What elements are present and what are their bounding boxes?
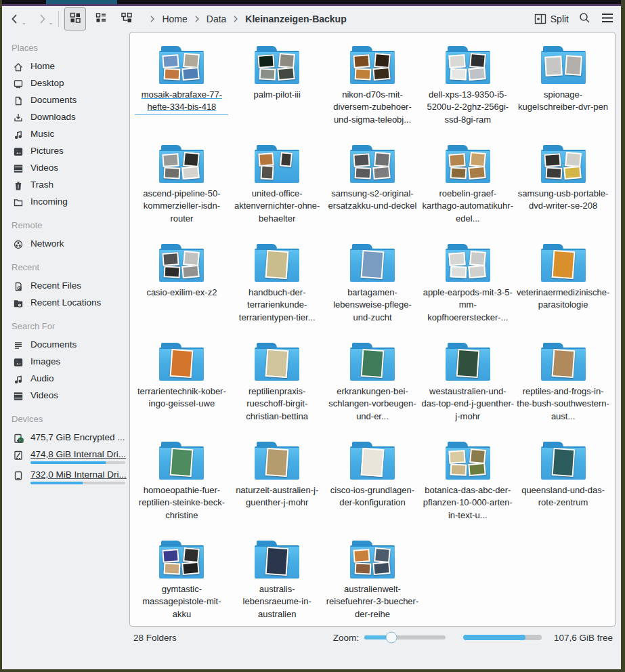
split-button[interactable]: Split (534, 14, 569, 24)
folder-item[interactable]: queensland-und-das-rote-zentrum (515, 440, 611, 539)
forward-history-caret[interactable]: ⌄ (49, 21, 53, 25)
folder-item[interactable]: homoeopathie-fuer-reptilien-steinke-beck… (134, 440, 230, 539)
folder-name: mosaik-abrafaxe-77-hefte-334-bis-418 (135, 89, 228, 115)
sidebar-item-music[interactable]: Music (10, 126, 129, 143)
photo-thumbnail (565, 152, 582, 167)
folder-view[interactable]: mosaik-abrafaxe-77-hefte-334-bis-418palm… (129, 32, 616, 627)
zoom-slider[interactable] (364, 635, 446, 639)
sidebar-item-label: 475,7 GiB Encrypted ... (30, 432, 125, 442)
folder-item[interactable]: australis-lebensraeume-in-australien (230, 539, 325, 627)
forward-button[interactable]: ⌄ (35, 11, 55, 27)
sidebar-item-network[interactable]: Network (10, 236, 129, 253)
breadcrumb-item[interactable]: Data (204, 12, 230, 26)
sidebar-item-trash[interactable]: Trash (10, 177, 129, 194)
sidebar-item-label: Documents (30, 339, 77, 350)
photo-thumbnail (544, 153, 561, 167)
pictures-icon (13, 146, 24, 157)
drive-removable-icon (13, 470, 24, 481)
folder-item[interactable]: australienwelt-reisefuehrer-3-buecher-de… (325, 539, 421, 627)
sidebar-item-audio[interactable]: Audio (10, 371, 129, 387)
device-usage-bar (30, 482, 125, 484)
folder-item[interactable]: dell-xps-13-9350-i5-5200u-2-2ghz-256gi-s… (420, 45, 515, 144)
photo-thumbnail (469, 53, 486, 68)
tree-view-button[interactable] (116, 7, 137, 30)
folder-item[interactable]: terrarientechnik-kober-ingo-geissel-uwe (134, 341, 230, 440)
sidebar-item-recent-files[interactable]: Recent Files (10, 278, 129, 295)
sidebar-item-474-8-gib-internal-dri[interactable]: 474,8 GiB Internal Dri... (10, 446, 129, 467)
folder-item[interactable]: erkrankungen-bei-schlangen-vorbeugen-und… (325, 341, 421, 440)
folder-item[interactable]: united-office-aktenvernichter-ohne-behae… (230, 144, 325, 243)
folder-item[interactable]: ascend-pipeline-50-kommerzieller-isdn-ro… (134, 144, 230, 243)
sidebar-item-videos[interactable]: Videos (10, 160, 129, 177)
icons-view-button[interactable] (64, 7, 86, 30)
folder-item[interactable]: casio-exilim-ex-z2 (134, 243, 230, 341)
folder-item[interactable]: samsung-usb-portable-dvd-writer-se-208 (515, 144, 611, 243)
sidebar-item-incoming[interactable]: Incoming (10, 194, 129, 211)
recent-locations-icon (13, 298, 24, 309)
sidebar-item-label: Documents (30, 95, 77, 105)
folder-icon (255, 244, 299, 282)
hamburger-menu-button[interactable] (601, 12, 614, 26)
folder-icon (446, 343, 490, 381)
folder-item[interactable]: westaustralien-und-das-top-end-j-guenthe… (420, 341, 515, 440)
details-view-button[interactable] (90, 7, 112, 30)
folder-item[interactable]: samsung-s2-original-ersatzakku-und-decke… (325, 144, 421, 243)
folder-item[interactable]: reptilienpraxis-rueschoff-birgit-christi… (230, 341, 325, 440)
folder-item[interactable]: nikon-d70s-mit-diversem-zubehoer-und-sig… (325, 45, 421, 144)
folder-icon (350, 145, 395, 183)
sidebar-item-label: Images (30, 356, 60, 366)
folder-name: australienwelt-reisefuehrer-3-buecher-de… (326, 583, 419, 621)
folder-item[interactable]: naturzeit-australien-j-guenther-j-mohr (230, 440, 325, 539)
folder-name: homoeopathie-fuer-reptilien-steinke-beck… (135, 484, 228, 522)
photo-thumbnail (182, 562, 200, 575)
photo-thumbnail (265, 250, 289, 279)
folder-icon (159, 145, 204, 183)
split-icon (534, 14, 546, 24)
folder-item[interactable]: mosaik-abrafaxe-77-hefte-334-bis-418 (134, 45, 230, 144)
photo-thumbnail (469, 448, 486, 464)
folder-name: ascend-pipeline-50-kommerzieller-isdn-ro… (135, 188, 228, 225)
folder-item[interactable]: palm-pilot-iii (230, 45, 325, 144)
breadcrumb-item[interactable]: Home (159, 12, 190, 26)
folder-item[interactable]: apple-earpods-mit-3-5-mm-kopfhoerersteck… (420, 243, 515, 341)
photo-thumbnail (353, 54, 370, 68)
sidebar-item-475-7-gib-encrypted[interactable]: 475,7 GiB Encrypted ... (10, 429, 129, 446)
sidebar-item-label: 474,8 GiB Internal Dri... (30, 449, 126, 459)
photo-thumbnail (565, 55, 582, 76)
sidebar-item-images[interactable]: Images (10, 354, 129, 371)
folder-item[interactable]: roebelin-graef-karthago-automatikuhr-ede… (420, 144, 515, 243)
folder-item[interactable]: veterinaermedizinische-parasitologie (515, 243, 611, 341)
trash-icon (13, 180, 24, 191)
search-button[interactable] (578, 12, 591, 27)
photo-thumbnail (182, 67, 200, 81)
folder-item[interactable]: spionage-kugelschreiber-dvr-pen (515, 45, 611, 144)
music-icon (13, 129, 24, 140)
back-button[interactable]: ⌄ (7, 11, 28, 27)
sidebar-item-downloads[interactable]: Downloads (10, 109, 129, 126)
zoom-slider-handle[interactable] (385, 632, 397, 644)
folder-item[interactable]: handbuch-der-terrarienkunde-terrarientyp… (230, 243, 325, 341)
folder-item[interactable]: cisco-ios-grundlagen-der-konfiguration (325, 440, 421, 539)
folder-item[interactable]: botanica-das-abc-der-pflanzen-10-000-art… (420, 440, 515, 539)
photo-thumbnail (355, 562, 372, 574)
photo-thumbnail (468, 166, 486, 180)
sidebar-item-pictures[interactable]: Pictures (10, 143, 129, 160)
sidebar-item-label: Music (30, 129, 54, 139)
back-history-caret[interactable]: ⌄ (22, 21, 26, 25)
sidebar-item-recent-locations[interactable]: Recent Locations (10, 295, 129, 312)
breadcrumb-item[interactable]: Kleinanzeigen-Backup (242, 12, 349, 26)
folder-item[interactable]: reptiles-and-frogs-in-the-bush-southwest… (515, 341, 611, 440)
folder-name: samsung-s2-original-ersatzakku-und-decke… (326, 188, 419, 213)
folder-icon (446, 145, 490, 183)
folder-item[interactable]: gymtastic-massagepistole-mit-akku (134, 539, 230, 627)
sidebar-item-732-0-mib-internal-dri[interactable]: 732,0 MiB Internal Dri... (10, 467, 129, 487)
sidebar-item-documents[interactable]: Documents (10, 92, 129, 109)
sidebar-item-label: Recent Files (30, 280, 81, 291)
folder-name: reptilienpraxis-rueschoff-birgit-christi… (230, 385, 324, 423)
sidebar-item-home[interactable]: Home (10, 58, 129, 75)
sidebar-item-desktop[interactable]: Desktop (10, 75, 129, 92)
photo-thumbnail (170, 349, 194, 378)
sidebar-item-videos[interactable]: Videos (10, 387, 129, 404)
folder-item[interactable]: bartagamen-lebensweise-pflege-und-zucht (325, 243, 421, 341)
sidebar-item-documents[interactable]: Documents (10, 337, 129, 354)
